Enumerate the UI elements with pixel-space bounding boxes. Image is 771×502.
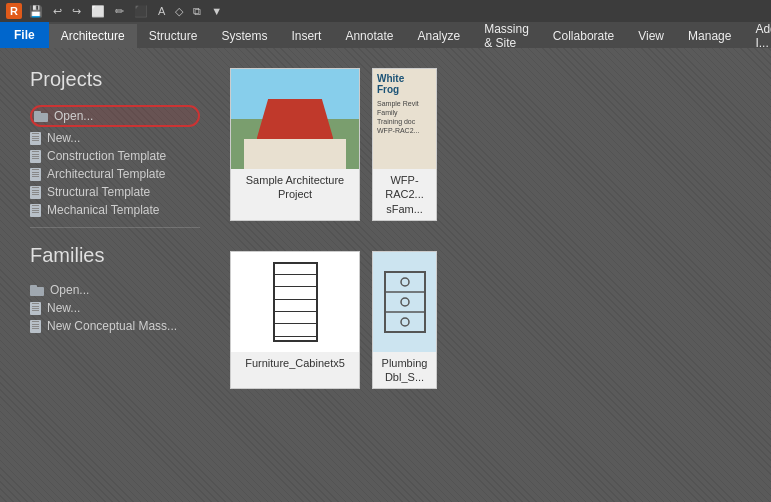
doc-new-icon [30,132,41,145]
tab-annotate[interactable]: Annotate [333,24,405,48]
families-new-conceptual-label: New Conceptual Mass... [47,319,177,333]
families-new-label: New... [47,301,80,315]
tab-file[interactable]: File [0,22,49,48]
section-separator [30,227,200,228]
folder-families-icon [30,285,44,296]
ribbon-tab-bar: File Architecture Structure Systems Inse… [0,22,771,48]
doc-conceptual-icon [30,320,41,333]
wfp-visual: WhiteFrog Sample RevitFamilyTraining doc… [373,69,436,169]
plumbing-svg [380,267,430,337]
thumbnail-label-furniture: Furniture_Cabinetx5 [231,352,359,374]
projects-thumbnails: Sample Architecture Project WhiteFrog Sa… [230,68,771,221]
projects-open-label: Open... [54,109,93,123]
tab-view[interactable]: View [626,24,676,48]
thumbnail-image-plumbing [373,252,436,352]
toolbar-icon-3[interactable]: ⬛ [131,4,151,19]
toolbar-icon-7[interactable]: ▼ [208,4,225,18]
tab-architecture[interactable]: Architecture [49,24,137,48]
thumbnail-wfp[interactable]: WhiteFrog Sample RevitFamilyTraining doc… [372,68,437,221]
projects-title: Projects [30,68,200,91]
toolbar-icon-6[interactable]: ⧉ [190,4,204,19]
projects-new-label: New... [47,131,80,145]
structural-template-button[interactable]: Structural Template [30,183,200,201]
folder-icon [34,111,48,122]
app-logo: R [6,3,22,19]
tab-manage[interactable]: Manage [676,24,743,48]
toolbar-icon-1[interactable]: ⬜ [88,4,108,19]
svg-rect-0 [385,272,425,332]
families-open-label: Open... [50,283,89,297]
families-title: Families [30,244,200,267]
doc-construction-icon [30,150,41,163]
structural-template-label: Structural Template [47,185,150,199]
svg-point-5 [401,318,409,326]
tab-collaborate[interactable]: Collaborate [541,24,626,48]
toolbar-icon-2[interactable]: ✏ [112,4,127,19]
families-new-conceptual-button[interactable]: New Conceptual Mass... [30,317,200,335]
thumbnail-furniture[interactable]: Furniture_Cabinetx5 [230,251,360,390]
families-open-button[interactable]: Open... [30,281,200,299]
arch-project-visual [231,69,359,169]
thumbnail-label-wfp: WFP-RAC2... sFam... [373,169,436,220]
doc-families-new-icon [30,302,41,315]
families-thumbnails: Furniture_Cabinetx5 P [230,251,771,390]
wfp-logo: WhiteFrog [377,73,432,95]
tab-structure[interactable]: Structure [137,24,210,48]
construction-template-button[interactable]: Construction Template [30,147,200,165]
mechanical-template-label: Mechanical Template [47,203,160,217]
thumbnail-label-plumbing: Plumbing Dbl_S... [373,352,436,389]
projects-open-button[interactable]: Open... [30,105,200,127]
tab-analyze[interactable]: Analyze [405,24,472,48]
tab-addin[interactable]: Add-I... [743,24,771,48]
architectural-template-button[interactable]: Architectural Template [30,165,200,183]
furniture-visual [231,252,359,352]
doc-architectural-icon [30,168,41,181]
families-new-button[interactable]: New... [30,299,200,317]
thumbnail-image-architecture [231,69,359,169]
architectural-template-label: Architectural Template [47,167,166,181]
tab-massing[interactable]: Massing & Site [472,24,541,48]
doc-structural-icon [30,186,41,199]
title-bar: R 💾 ↩ ↪ ⬜ ✏ ⬛ A ◇ ⧉ ▼ [0,0,771,22]
construction-template-label: Construction Template [47,149,166,163]
toolbar-icon-5[interactable]: ◇ [172,4,186,19]
svg-point-4 [401,298,409,306]
thumbnail-image-wfp: WhiteFrog Sample RevitFamilyTraining doc… [373,69,436,169]
cabinet-shape [273,262,318,342]
right-panel: Sample Architecture Project WhiteFrog Sa… [220,48,771,502]
projects-new-button[interactable]: New... [30,129,200,147]
mechanical-template-button[interactable]: Mechanical Template [30,201,200,219]
save-icon[interactable]: 💾 [26,4,46,19]
plumbing-visual [373,252,436,352]
redo-icon[interactable]: ↪ [69,4,84,19]
title-bar-icons: 💾 ↩ ↪ ⬜ ✏ ⬛ A ◇ ⧉ ▼ [26,4,225,19]
svg-point-3 [401,278,409,286]
undo-icon[interactable]: ↩ [50,4,65,19]
left-panel: Projects Open... New... Construction Tem… [0,48,220,502]
thumbnail-label-architecture: Sample Architecture Project [231,169,359,206]
wfp-text: Sample RevitFamilyTraining docWFP-RAC2..… [377,99,432,135]
tab-insert[interactable]: Insert [279,24,333,48]
thumbnail-sample-architecture[interactable]: Sample Architecture Project [230,68,360,221]
doc-mechanical-icon [30,204,41,217]
tab-systems[interactable]: Systems [209,24,279,48]
thumbnail-image-furniture [231,252,359,352]
thumbnail-plumbing[interactable]: Plumbing Dbl_S... [372,251,437,390]
main-content: Projects Open... New... Construction Tem… [0,48,771,502]
toolbar-icon-4[interactable]: A [155,4,168,18]
